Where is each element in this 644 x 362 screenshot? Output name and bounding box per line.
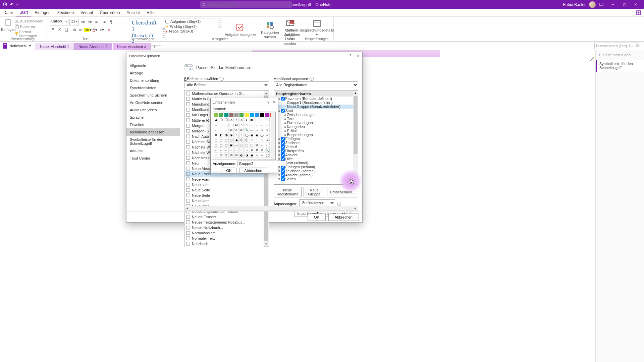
search-input[interactable]: [208, 3, 290, 7]
customize-ribbon-select[interactable]: Alle Registerkarten: [274, 81, 359, 88]
tree-node[interactable]: ⊞Seiten: [275, 177, 358, 181]
symbol-item[interactable]: ▢: [214, 143, 218, 147]
color-swatch[interactable]: [239, 113, 244, 117]
color-swatch[interactable]: [260, 113, 264, 117]
symbol-item[interactable]: ♦: [245, 118, 249, 122]
meeting-details-button[interactable]: Besprechungsdetails▾: [303, 18, 331, 38]
symbol-item[interactable]: ◐: [219, 133, 223, 137]
cut-button[interactable]: Ausschneiden: [14, 19, 44, 23]
symbol-item[interactable]: ○: [260, 153, 264, 158]
symbol-item[interactable]: ▭: [250, 128, 254, 132]
tree-node[interactable]: ⊞Kategorien: [275, 125, 358, 129]
new-tab-button[interactable]: Neue Registerkarte: [274, 187, 302, 197]
tab-verlauf[interactable]: Verlauf: [77, 9, 96, 16]
indent-button[interactable]: ⇥: [101, 19, 107, 25]
symbol-item[interactable]: ⓘ: [224, 118, 229, 122]
options-nav-item[interactable]: Synchronisieren: [126, 84, 180, 92]
dialog-close-button[interactable]: ✕: [357, 54, 360, 58]
symbol-item[interactable]: ⚠: [229, 118, 234, 122]
tree-node[interactable]: ⊟Favoriten (Benutzerdefiniert): [275, 97, 358, 101]
symbol-item[interactable]: ◯: [245, 133, 249, 137]
symbol-item[interactable]: →: [245, 148, 249, 153]
tree-node[interactable]: ⊞Text: [275, 117, 358, 121]
symbol-item[interactable]: ⊕: [260, 148, 264, 153]
tree-node[interactable]: ⊞Start (schmal): [275, 161, 358, 165]
symbol-item[interactable]: ⌂: [265, 143, 270, 147]
paste-button[interactable]: Einfügen: [3, 18, 14, 38]
font-color-button[interactable]: A▾: [92, 27, 98, 33]
symbol-item[interactable]: !: [234, 118, 239, 122]
symbol-item[interactable]: ▭: [255, 128, 259, 132]
symbol-item[interactable]: ⌂: [245, 123, 249, 127]
symbol-item[interactable]: ▦: [250, 118, 254, 122]
font-size-select[interactable]: 11: [69, 19, 79, 25]
number-list-button[interactable]: ≡▾: [87, 19, 93, 25]
symbol-item[interactable]: ◆: [214, 118, 218, 122]
notebook-selector[interactable]: Notizbuch1▾: [3, 43, 31, 49]
options-ok-button[interactable]: OK: [308, 214, 326, 221]
symbol-item[interactable]: ▽: [224, 153, 229, 158]
symbol-item[interactable]: ⬚: [224, 123, 229, 127]
symbol-item[interactable]: ⬚: [250, 143, 254, 147]
rename-button[interactable]: Umbenennen...: [327, 187, 358, 197]
symbol-item[interactable]: ▢: [219, 143, 223, 147]
info-icon[interactable]: i: [337, 202, 341, 206]
symbol-item[interactable]: ▭: [214, 123, 218, 127]
symbol-item[interactable]: ⌂: [239, 123, 244, 127]
tree-node[interactable]: ⊞Einfügen (schmal): [275, 165, 358, 169]
symbol-item[interactable]: →: [224, 128, 229, 132]
page-list-item[interactable]: Symbolleiste für den Schnellzugriff: [596, 60, 644, 72]
subscript-button[interactable]: x₂: [78, 27, 84, 33]
color-swatch[interactable]: [255, 113, 259, 117]
rename-cancel-button[interactable]: Abbrechen: [239, 168, 267, 174]
color-swatch[interactable]: [265, 113, 270, 117]
tree-node[interactable]: ⊞Einfügen: [275, 137, 358, 141]
symbol-item[interactable]: ◉: [229, 133, 234, 137]
symbol-item[interactable]: ←: [214, 128, 218, 132]
symbol-item[interactable]: ✉: [255, 143, 259, 147]
color-swatch[interactable]: [214, 113, 218, 117]
symbol-item[interactable]: ⌂: [260, 143, 264, 147]
options-nav-item[interactable]: Sprache: [126, 114, 180, 121]
notebook-search[interactable]: Durchsuchen (Strg+E): [594, 43, 641, 49]
symbol-item[interactable]: ↓: [219, 128, 223, 132]
symbol-item[interactable]: ◐: [239, 153, 244, 158]
symbol-item[interactable]: ▢: [229, 138, 234, 142]
resize-handle-icon[interactable]: [590, 57, 594, 61]
symbol-item[interactable]: ⬚: [219, 123, 223, 127]
symbol-item[interactable]: 🔍: [245, 128, 249, 132]
options-nav-item[interactable]: Trust Center: [126, 155, 180, 162]
symbol-item[interactable]: ⓘ: [239, 138, 244, 142]
color-swatch[interactable]: [219, 113, 223, 117]
symbol-item[interactable]: ⚙: [214, 133, 218, 137]
symbol-item[interactable]: ◉: [255, 133, 259, 137]
strike-button[interactable]: ab: [71, 27, 77, 33]
tree-node[interactable]: ⊞Besprechungen: [275, 133, 358, 137]
symbol-item[interactable]: ←: [219, 148, 223, 153]
symbol-item[interactable]: ⓘ: [219, 118, 223, 122]
rename-close-button[interactable]: ✕: [273, 100, 276, 105]
symbol-item[interactable]: ○: [239, 133, 244, 137]
user-name[interactable]: Fabio Basler: [563, 2, 586, 7]
options-nav-item[interactable]: Erweitert: [126, 121, 180, 128]
symbol-item[interactable]: ←: [224, 148, 229, 153]
options-nav-item[interactable]: Allgemein: [126, 62, 180, 69]
align-button[interactable]: ≡▾: [99, 27, 105, 33]
tree-node[interactable]: ⊞Zeichnen (schmal): [275, 169, 358, 173]
symbol-item[interactable]: ♦: [265, 138, 270, 142]
symbol-item[interactable]: ⓘ: [245, 138, 249, 142]
symbol-item[interactable]: ○: [234, 133, 239, 137]
tab-start[interactable]: Start: [16, 9, 31, 16]
tree-node[interactable]: ⊟Start: [275, 109, 358, 113]
symbol-item[interactable]: ○: [255, 153, 259, 158]
reset-select[interactable]: Zurücksetzen: [299, 199, 335, 206]
avatar[interactable]: [589, 1, 596, 8]
symbol-item[interactable]: ←: [260, 123, 264, 127]
tab-ansicht[interactable]: Ansicht: [123, 9, 143, 16]
color-swatch[interactable]: [245, 113, 249, 117]
tree-node[interactable]: ⊞Formatvorlagen: [275, 121, 358, 125]
color-swatch[interactable]: [224, 113, 229, 117]
options-nav-item[interactable]: Anzeige: [126, 69, 180, 77]
symbol-item[interactable]: ▢: [219, 138, 223, 142]
tree-node[interactable]: ⊞E-Mail: [275, 129, 358, 133]
